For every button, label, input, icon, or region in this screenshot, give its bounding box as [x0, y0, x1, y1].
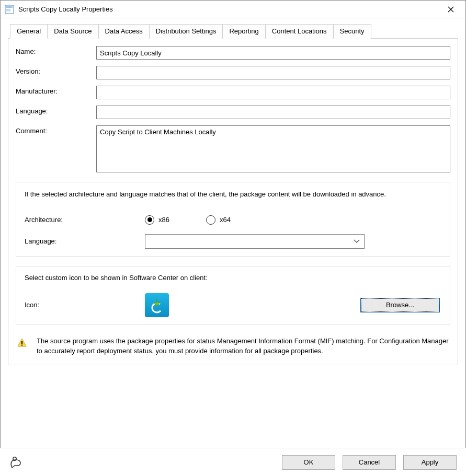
chevron-down-icon	[354, 238, 360, 245]
close-button[interactable]	[439, 2, 462, 17]
tab-strip: General Data Source Data Access Distribu…	[10, 24, 458, 38]
radio-icon	[145, 215, 154, 225]
apply-button[interactable]: Apply	[403, 455, 457, 470]
tab-distribution-settings[interactable]: Distribution Settings	[149, 24, 223, 39]
browse-button[interactable]: Browse...	[361, 298, 439, 312]
architecture-info-text: If the selected architecture and languag…	[25, 190, 441, 200]
titlebar: Scripts Copy Locally Properties	[1, 1, 465, 18]
tab-general[interactable]: General	[10, 24, 48, 39]
svg-rect-1	[6, 6, 13, 8]
tab-content-locations[interactable]: Content Locations	[265, 24, 334, 39]
ok-button[interactable]: OK	[282, 455, 335, 470]
architecture-radio-group: x86 x64	[145, 215, 231, 225]
manufacturer-input[interactable]	[96, 86, 450, 99]
cancel-button[interactable]: Cancel	[343, 455, 396, 470]
tab-reporting[interactable]: Reporting	[222, 24, 265, 39]
tab-security[interactable]: Security	[333, 24, 371, 39]
name-label: Name:	[16, 46, 96, 55]
version-input[interactable]	[96, 66, 450, 79]
warning-row: The source program uses the package prop…	[16, 336, 450, 356]
dialog-content: General Data Source Data Access Distribu…	[1, 18, 465, 365]
svg-rect-3	[6, 10, 10, 11]
radio-icon	[206, 215, 215, 225]
architecture-radio-x86[interactable]: x86	[145, 215, 169, 225]
architecture-label: Architecture:	[25, 216, 145, 224]
comment-textarea[interactable]	[96, 125, 450, 172]
language-input[interactable]	[96, 106, 450, 119]
icon-panel-prompt: Select custom icon to be shown in Softwa…	[25, 274, 441, 282]
icon-label: Icon:	[25, 301, 145, 309]
manufacturer-label: Manufacturer:	[16, 86, 96, 95]
window-title: Scripts Copy Locally Properties	[18, 5, 439, 13]
dialog-button-bar: OK Cancel Apply	[0, 448, 466, 476]
icon-preview	[145, 293, 169, 317]
svg-rect-6	[21, 344, 22, 345]
architecture-radio-x86-label: x86	[158, 216, 169, 224]
comment-label: Comment:	[16, 125, 96, 135]
architecture-radio-x64[interactable]: x64	[206, 215, 231, 225]
architecture-radio-x64-label: x64	[220, 216, 231, 224]
download-icon	[148, 296, 166, 314]
architecture-language-label: Language:	[25, 237, 145, 245]
svg-rect-2	[6, 9, 10, 10]
name-input[interactable]	[96, 46, 450, 60]
version-label: Version:	[16, 66, 96, 75]
warning-text: The source program uses the package prop…	[37, 336, 449, 356]
help-icon[interactable]	[9, 456, 22, 469]
svg-rect-5	[21, 341, 22, 344]
app-icon	[5, 5, 14, 14]
tab-data-access[interactable]: Data Access	[98, 24, 150, 39]
architecture-panel: If the selected architecture and languag…	[16, 182, 450, 257]
warning-icon	[17, 336, 27, 356]
language-label: Language:	[16, 106, 96, 115]
architecture-language-dropdown[interactable]	[145, 234, 365, 249]
tab-panel-general: Name: Version: Manufacturer: Language: C…	[8, 38, 458, 365]
icon-panel: Select custom icon to be shown in Softwa…	[16, 266, 450, 325]
tab-data-source[interactable]: Data Source	[47, 24, 98, 39]
